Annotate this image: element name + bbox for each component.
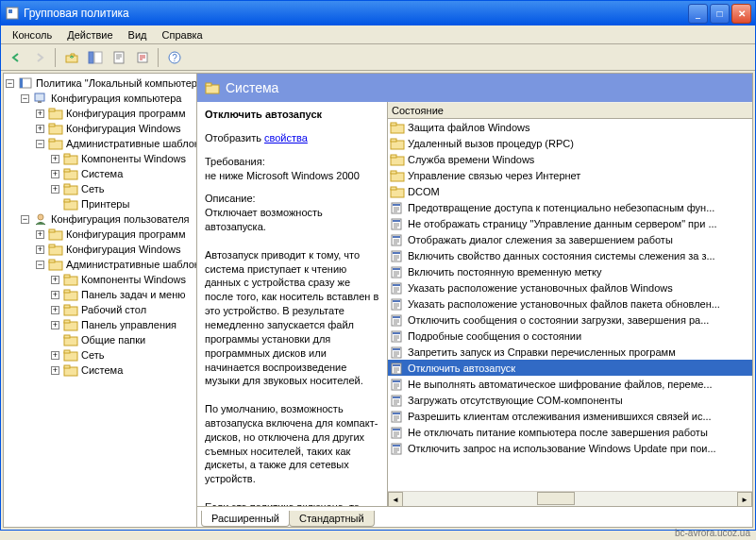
maximize-button[interactable]: □: [710, 4, 730, 24]
list-item[interactable]: Включить свойство данных состояния систе…: [388, 247, 752, 263]
list-item[interactable]: Отключить автозапуск: [388, 360, 752, 376]
list-item[interactable]: Запретить запуск из Справки перечисленны…: [388, 344, 752, 360]
list-item[interactable]: Не выполнять автоматическое шифрование ф…: [388, 376, 752, 392]
list-item-label: Отключить автозапуск: [408, 363, 515, 374]
tree-node[interactable]: +Конфигурация программ: [6, 106, 194, 121]
expand-toggle[interactable]: +: [51, 351, 59, 360]
expand-toggle[interactable]: +: [51, 170, 59, 178]
tree-node[interactable]: +Система: [6, 166, 194, 181]
svg-rect-57: [391, 171, 396, 174]
properties-link[interactable]: свойства: [264, 132, 308, 143]
tree-node[interactable]: +Конфигурация программ: [6, 227, 194, 242]
tree-node[interactable]: −Конфигурация пользователя: [6, 211, 194, 227]
list-item[interactable]: Разрешить клиентам отслеживания изменивш…: [388, 408, 752, 424]
list-item[interactable]: Подробные сообщения о состоянии: [388, 328, 752, 344]
scroll-left-button[interactable]: ◄: [388, 492, 403, 506]
tab-extended[interactable]: Расширенный: [201, 511, 290, 527]
expand-toggle[interactable]: −: [6, 79, 14, 88]
tree-node[interactable]: Принтеры: [6, 196, 194, 211]
tree-node[interactable]: +Сеть: [6, 181, 194, 196]
tree-node[interactable]: +Панель задач и меню: [6, 287, 194, 302]
tree-node[interactable]: +Конфигурация Windows: [6, 242, 194, 257]
tree-node[interactable]: −Конфигурация компьютера: [6, 91, 194, 106]
h-scrollbar[interactable]: ◄ ►: [388, 491, 752, 506]
list-body[interactable]: Защита файлов WindowsУдаленный вызов про…: [388, 119, 752, 491]
list-item[interactable]: Загружать отсутствующие COM-компоненты: [388, 392, 752, 408]
tree-node[interactable]: Общие папки: [6, 332, 194, 347]
list-item[interactable]: Не отключать питание компьютера после за…: [388, 424, 752, 440]
expand-toggle[interactable]: +: [51, 276, 59, 284]
list-item[interactable]: Удаленный вызов процедур (RPC): [388, 135, 752, 151]
list-item[interactable]: Включить постоянную временную метку: [388, 263, 752, 279]
help-button[interactable]: ?: [163, 47, 185, 68]
tree-node[interactable]: +Рабочий стол: [6, 302, 194, 317]
list-item[interactable]: Защита файлов Windows: [388, 119, 752, 135]
menu-help[interactable]: Справка: [155, 27, 210, 42]
expand-toggle[interactable]: +: [36, 230, 44, 239]
svg-rect-69: [393, 268, 400, 270]
tree-node[interactable]: +Система: [6, 363, 194, 378]
svg-rect-43: [64, 335, 70, 338]
expand-toggle[interactable]: +: [36, 110, 44, 118]
list-item[interactable]: Не отображать страницу "Управление данны…: [388, 215, 752, 231]
menu-view[interactable]: Вид: [121, 27, 155, 42]
menu-action[interactable]: Действие: [59, 27, 120, 42]
tree-node[interactable]: +Конфигурация Windows: [6, 121, 194, 136]
folder-icon: [390, 169, 405, 182]
expand-toggle[interactable]: +: [51, 321, 59, 329]
tree-pane[interactable]: −Политика "Локальный компьютер"−Конфигур…: [4, 74, 197, 527]
expand-toggle[interactable]: −: [36, 261, 44, 269]
properties-button[interactable]: [108, 47, 129, 68]
setting-icon: [390, 426, 405, 439]
expand-toggle[interactable]: −: [21, 215, 29, 224]
tree-node[interactable]: +Сеть: [6, 347, 194, 363]
list-item[interactable]: Указать расположение установочных файлов…: [388, 295, 752, 312]
expand-toggle[interactable]: −: [21, 94, 29, 103]
list-item[interactable]: Служба времени Windows: [388, 151, 752, 167]
forward-button[interactable]: [28, 47, 50, 68]
expand-toggle[interactable]: +: [51, 306, 59, 314]
tree-node[interactable]: −Административные шаблоны: [6, 136, 194, 151]
tree-node[interactable]: +Компоненты Windows: [6, 151, 194, 166]
scroll-right-button[interactable]: ►: [737, 492, 752, 506]
expand-toggle[interactable]: −: [36, 140, 44, 148]
expand-toggle[interactable]: +: [36, 245, 44, 254]
list-item[interactable]: Управление связью через Интернет: [388, 167, 752, 183]
setting-icon: [390, 346, 405, 359]
tree-node[interactable]: +Панель управления: [6, 317, 194, 332]
expand-toggle[interactable]: +: [51, 291, 59, 299]
expand-toggle[interactable]: +: [36, 125, 44, 133]
tree-node[interactable]: −Административные шаблоны: [6, 257, 194, 272]
list-item-label: Включить свойство данных состояния систе…: [408, 250, 715, 262]
list-item[interactable]: Указать расположение установочных файлов…: [388, 279, 752, 295]
tab-standard[interactable]: Стандартный: [289, 511, 375, 527]
scroll-thumb[interactable]: [537, 492, 575, 505]
desc-title: Отключить автозапуск: [205, 108, 379, 122]
folder-icon: [48, 228, 63, 241]
tree-label: Рабочий стол: [81, 304, 146, 315]
minimize-button[interactable]: _: [688, 4, 708, 24]
tree-label: Конфигурация Windows: [66, 123, 181, 134]
show-hide-tree-button[interactable]: [84, 47, 106, 68]
tree-node[interactable]: −Политика "Локальный компьютер": [6, 76, 194, 91]
svg-rect-39: [64, 305, 70, 308]
menu-console[interactable]: Консоль: [5, 27, 59, 42]
expand-toggle[interactable]: +: [51, 366, 59, 375]
export-button[interactable]: [131, 47, 153, 68]
list-header[interactable]: Состояние: [388, 102, 752, 119]
list-item[interactable]: DCOM: [388, 183, 752, 199]
list-item[interactable]: Отключить запрос на использование Window…: [388, 440, 752, 456]
back-button[interactable]: [5, 47, 26, 68]
list-item[interactable]: Отключить сообщения о состоянии загрузки…: [388, 312, 752, 328]
list-item[interactable]: Предотвращение доступа к потенциально не…: [388, 199, 752, 215]
folder-icon: [63, 167, 78, 180]
tree-node[interactable]: +Компоненты Windows: [6, 272, 194, 287]
expand-toggle[interactable]: +: [51, 185, 59, 194]
list-item[interactable]: Отображать диалог слежения за завершение…: [388, 231, 752, 247]
req-label: Требования:: [205, 155, 379, 169]
close-button[interactable]: ✕: [731, 4, 751, 24]
folder-icon: [390, 185, 405, 198]
svg-rect-37: [64, 290, 70, 293]
expand-toggle[interactable]: +: [51, 155, 59, 163]
up-button[interactable]: [60, 47, 82, 68]
